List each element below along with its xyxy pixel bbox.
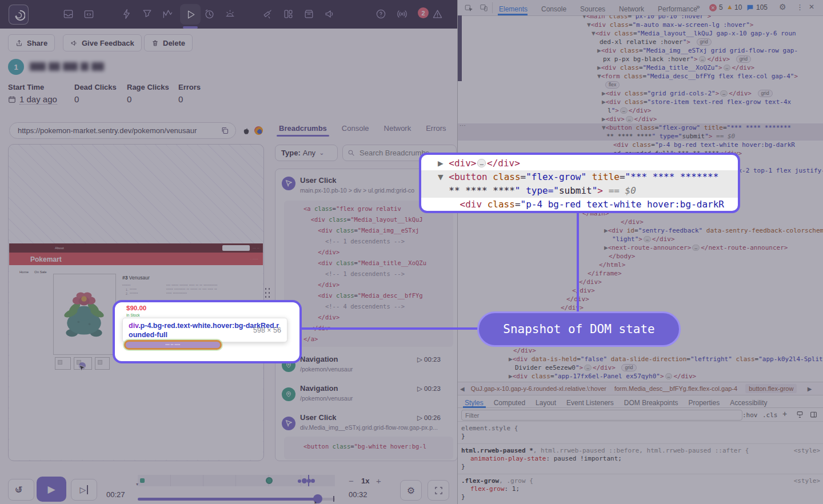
- dom-snapshot-callout: ▶ <div>…</div>▼ <button class="flex-grow…: [419, 153, 740, 213]
- stock-status: In Stock: [126, 313, 139, 317]
- inspect-tooltip: div.p-4.bg-red.text-white.hover:bg-darkR…: [122, 318, 287, 342]
- connector-line-horizontal: [296, 327, 479, 330]
- snapshot-label: Snapshot of DOM state: [503, 322, 655, 336]
- magnified-dom-lines: ▶ <div>…</div>▼ <button class="flex-grow…: [421, 157, 738, 211]
- magnified-dom-line: ▶ <div>…</div>: [421, 157, 738, 170]
- tooltip-selector-tag: div: [129, 322, 138, 330]
- product-price: $90.00: [126, 305, 146, 311]
- highlighted-element: *** ** ****: [124, 340, 222, 350]
- snapshot-label-pill: Snapshot of DOM state: [477, 311, 681, 347]
- screenshot-stage: 2 Share Give Feedback Delete 1 Start Tim…: [0, 0, 823, 504]
- tooltip-dimensions: 598 × 56: [253, 326, 281, 335]
- replay-inspect-callout: $90.00 In Stock div.p-4.bg-red.text-whit…: [113, 300, 302, 363]
- magnified-dom-line: ▼ <button class="flex-grow" title="*** *…: [421, 170, 738, 184]
- tutorial-dim-overlay: [0, 0, 823, 504]
- magnified-dom-line: <div class="p-4 bg-red text-white hover:…: [421, 198, 738, 211]
- highlighted-element-text: *** ** ****: [166, 343, 181, 347]
- connector-line-vertical: [577, 212, 579, 313]
- magnified-dom-line: ** **** ****" type="submit"> == $0: [421, 184, 738, 198]
